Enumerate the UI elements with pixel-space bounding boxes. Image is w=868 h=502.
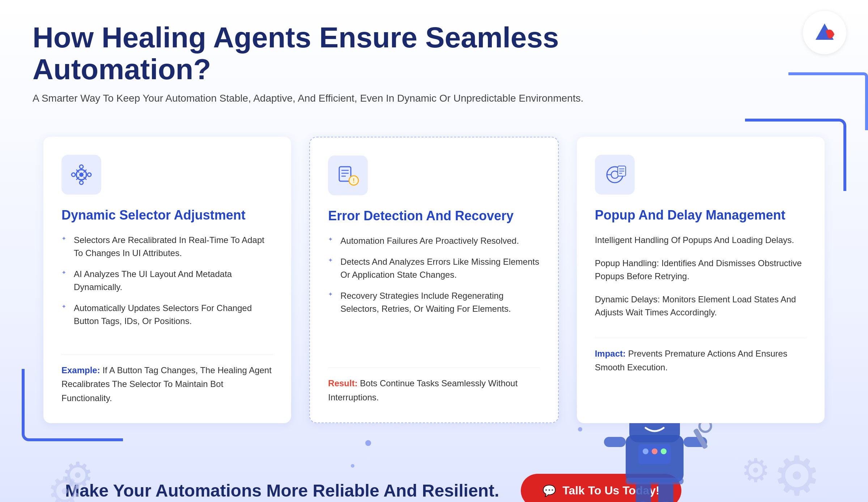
- logo-area: [803, 11, 846, 54]
- popup-icon: [603, 163, 626, 186]
- page-subtitle: A Smarter Way To Keep Your Automation St…: [33, 93, 835, 104]
- card-title-1: Dynamic Selector Adjustment: [61, 208, 273, 223]
- popup-intro-text: Intelligent Handling Of Popups And Loadi…: [595, 234, 807, 247]
- page-title: How Healing Agents Ensure Seamless Autom…: [33, 22, 647, 85]
- svg-point-5: [80, 181, 83, 184]
- cards-section: Dynamic Selector Adjustment Selectors Ar…: [33, 126, 835, 434]
- card-title-2: Error Detection And Recovery: [328, 208, 540, 224]
- popup-handling-section: Popup Handling: Identifies And Dismisses…: [595, 257, 807, 286]
- card-icon-box-3: [595, 155, 635, 195]
- bullet-2-2: Detects And Analyzes Errors Like Missing…: [328, 255, 540, 281]
- bullet-list-1: Selectors Are Recalibrated In Real-Time …: [61, 234, 273, 336]
- svg-point-4: [80, 165, 83, 169]
- selector-icon: [70, 163, 93, 186]
- svg-point-39: [643, 448, 648, 454]
- bullet-1-2: AI Analyzes The UI Layout And Metadata D…: [61, 268, 273, 294]
- bullet-1-3: Automatically Updates Selectors For Chan…: [61, 302, 273, 328]
- cta-section: ⚙ Make Your Automations More Reliable An…: [33, 456, 835, 502]
- logo-icon: [812, 20, 837, 45]
- dynamic-delays-section: Dynamic Delays: Monitors Element Load St…: [595, 293, 807, 323]
- svg-rect-35: [658, 481, 673, 502]
- svg-point-2: [72, 173, 75, 176]
- svg-point-40: [652, 448, 658, 454]
- dynamic-delays-text: Dynamic Delays: Monitors Element Load St…: [595, 293, 807, 319]
- card-footer-2: Result: Bots Continue Tasks Seamlessly W…: [328, 367, 540, 404]
- card-dynamic-selector: Dynamic Selector Adjustment Selectors Ar…: [43, 137, 291, 423]
- svg-rect-30: [604, 437, 626, 447]
- bullet-1-1: Selectors Are Recalibrated In Real-Time …: [61, 234, 273, 260]
- popup-intro: Intelligent Handling Of Popups And Loadi…: [595, 234, 807, 250]
- dot-1: [365, 440, 371, 446]
- card-title-3: Popup And Delay Management: [595, 208, 807, 223]
- popup-handling-label: Popup Handling:: [595, 258, 659, 268]
- bullet-list-2: Automation Failures Are Proactively Reso…: [328, 234, 540, 349]
- card-icon-box-2: !: [328, 156, 368, 195]
- dynamic-delays-label: Dynamic Delays:: [595, 294, 660, 304]
- gear-right-icon: ⚙: [741, 451, 770, 489]
- svg-point-3: [88, 173, 91, 176]
- footer-label-1: Example:: [61, 365, 100, 375]
- gear-small-left-icon: ⚙: [47, 468, 83, 502]
- cta-button-icon: 💬: [542, 484, 556, 497]
- card-footer-3: Impact: Prevents Premature Actions And E…: [595, 338, 807, 375]
- popup-handling-text: Popup Handling: Identifies And Dismisses…: [595, 257, 807, 283]
- bullet-2-1: Automation Failures Are Proactively Reso…: [328, 234, 540, 247]
- main-wrapper: How Healing Agents Ensure Seamless Autom…: [0, 0, 868, 502]
- cards-row: Dynamic Selector Adjustment Selectors Ar…: [33, 126, 835, 434]
- svg-point-1: [79, 173, 84, 177]
- svg-rect-34: [636, 481, 651, 502]
- svg-text:!: !: [353, 178, 355, 184]
- svg-point-41: [661, 448, 667, 454]
- gear-large-icon: ⚙: [773, 444, 821, 502]
- dot-2: [351, 464, 354, 468]
- svg-rect-42: [626, 478, 684, 484]
- error-icon: !: [336, 164, 359, 187]
- card-icon-box-1: [61, 155, 101, 195]
- footer-label-3: Impact:: [595, 349, 626, 358]
- bullet-2-3: Recovery Strategies Include Regenerating…: [328, 289, 540, 315]
- card-error-detection: ! Error Detection And Recovery Automatio…: [309, 137, 558, 423]
- card-popup-delay: Popup And Delay Management Intelligent H…: [577, 137, 825, 423]
- card-footer-1: Example: If A Button Tag Changes, The He…: [61, 354, 273, 405]
- cta-text: Make Your Automations More Reliable And …: [65, 481, 499, 501]
- footer-label-2: Result:: [328, 378, 357, 388]
